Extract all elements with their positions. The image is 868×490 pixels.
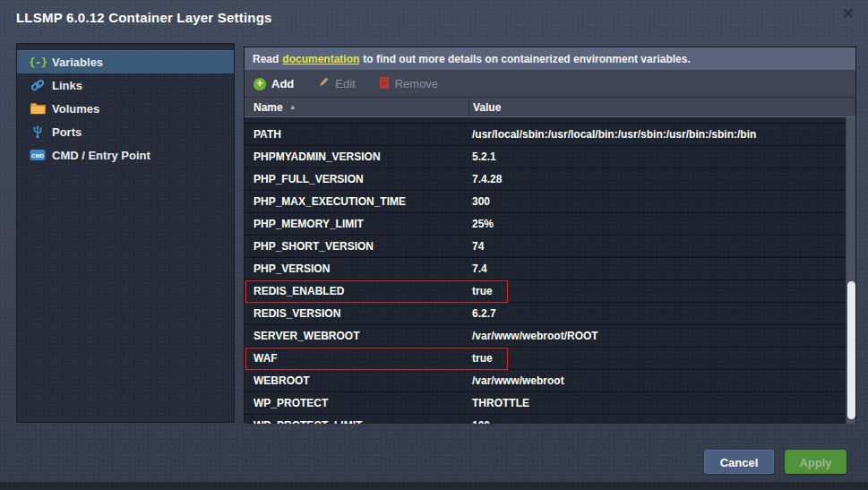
folder-icon — [29, 102, 47, 115]
edit-button[interactable]: Edit — [317, 76, 355, 91]
variable-value: true — [468, 352, 847, 365]
table-row[interactable]: SERVER_WEBROOT/var/www/webroot/ROOT — [245, 325, 847, 348]
variable-name: SERVER_WEBROOT — [245, 330, 468, 342]
column-header-name[interactable]: Name ▲ — [245, 98, 468, 116]
cancel-button[interactable]: Cancel — [704, 450, 774, 474]
dialog-bottom-edge — [0, 482, 868, 490]
variable-value: 6.2.7 — [468, 307, 847, 320]
sidebar-item-volumes[interactable]: Volumes — [17, 97, 234, 120]
usb-icon — [29, 125, 47, 139]
variables-table-body: PATH/usr/local/sbin:/usr/local/bin:/usr/… — [245, 117, 847, 424]
trash-icon — [379, 76, 390, 91]
link-icon — [29, 78, 47, 92]
info-bar: Read documentation to find out more deta… — [245, 47, 855, 71]
variable-value: true — [468, 285, 847, 297]
table-row[interactable]: PHP_MAX_EXECUTION_TIME300 — [245, 191, 847, 213]
scrolled-row-sliver — [245, 117, 847, 124]
table-row[interactable]: WP_PROTECT_LIMIT100 — [245, 415, 847, 424]
sidebar-item-label: CMD / Entry Point — [52, 149, 150, 162]
info-text-prefix: Read — [253, 53, 279, 65]
variable-name: REDIS_VERSION — [245, 307, 468, 320]
variable-value: 100 — [468, 419, 847, 424]
table-row[interactable]: WAFtrue — [245, 348, 847, 370]
variable-name: PHP_MAX_EXECUTION_TIME — [245, 195, 468, 208]
add-button[interactable]: + Add — [254, 77, 294, 90]
settings-sidebar: {-} Variables Links Volumes Ports CMD C — [16, 43, 235, 423]
variable-value: 74 — [468, 240, 847, 253]
variable-value: /var/www/webroot — [468, 374, 847, 387]
container-layer-settings-dialog: LLSMP 6.0.12 Container Layer Settings ✕ … — [0, 0, 868, 490]
remove-button[interactable]: Remove — [379, 76, 438, 91]
sidebar-item-label: Links — [52, 79, 82, 92]
scrollbar-thumb[interactable] — [847, 281, 855, 419]
table-header: Name ▲ Value — [245, 98, 855, 117]
sidebar-item-label: Ports — [52, 125, 82, 139]
sidebar-item-label: Volumes — [52, 102, 99, 116]
braces-icon: {-} — [29, 56, 47, 69]
table-row[interactable]: REDIS_ENABLEDtrue — [245, 280, 847, 303]
apply-button[interactable]: Apply — [785, 450, 847, 474]
table-row[interactable]: PATH/usr/local/sbin:/usr/local/bin:/usr/… — [245, 124, 847, 146]
variable-value: 7.4.28 — [468, 173, 847, 185]
variable-name: WP_PROTECT — [245, 397, 468, 409]
edit-button-label: Edit — [335, 77, 355, 90]
sidebar-item-label: Variables — [52, 56, 103, 69]
variable-name: PATH — [245, 128, 468, 141]
info-text-suffix: to find out more details on containerize… — [363, 53, 690, 65]
sidebar-item-cmd-entry-point[interactable]: CMD CMD / Entry Point — [17, 143, 234, 167]
table-row[interactable]: REDIS_VERSION6.2.7 — [245, 303, 847, 325]
variable-value: 7.4 — [468, 262, 847, 275]
svg-text:CMD: CMD — [31, 153, 44, 159]
variable-name: PHP_SHORT_VERSION — [245, 240, 468, 253]
table-row[interactable]: PHP_FULL_VERSION7.4.28 — [245, 168, 847, 191]
documentation-link[interactable]: documentation — [282, 53, 359, 65]
column-header-value[interactable]: Value — [468, 98, 855, 116]
variable-value: 25% — [468, 218, 847, 230]
variable-name: WAF — [245, 352, 468, 365]
variable-value: 5.2.1 — [468, 150, 847, 163]
dialog-title: LLSMP 6.0.12 Container Layer Settings — [16, 10, 272, 25]
variable-value: 300 — [468, 195, 847, 208]
table-row[interactable]: PHP_SHORT_VERSION74 — [245, 236, 847, 258]
variable-value: /usr/local/sbin:/usr/local/bin:/usr/sbin… — [468, 128, 847, 141]
variable-name: PHP_VERSION — [245, 262, 468, 275]
variable-name: REDIS_ENABLED — [245, 285, 468, 297]
remove-button-label: Remove — [395, 77, 438, 90]
variables-panel: Read documentation to find out more deta… — [244, 47, 856, 423]
vertical-scrollbar[interactable] — [846, 117, 855, 424]
sort-asc-icon: ▲ — [289, 103, 296, 111]
variable-name: PHP_FULL_VERSION — [245, 173, 468, 185]
variable-value: /var/www/webroot/ROOT — [468, 330, 847, 342]
variable-name: PHP_MEMORY_LIMIT — [245, 218, 468, 230]
variable-name: WP_PROTECT_LIMIT — [245, 419, 468, 424]
add-icon: + — [254, 78, 266, 90]
sidebar-item-ports[interactable]: Ports — [17, 120, 234, 143]
table-row[interactable]: PHP_VERSION7.4 — [245, 258, 847, 280]
pencil-icon — [317, 76, 330, 91]
table-row[interactable]: PHP_MEMORY_LIMIT25% — [245, 213, 847, 236]
sidebar-item-links[interactable]: Links — [17, 73, 234, 97]
variable-name: WEBROOT — [245, 374, 468, 387]
variable-name: PHPMYADMIN_VERSION — [245, 150, 468, 163]
table-row[interactable]: WEBROOT/var/www/webroot — [245, 370, 847, 392]
variables-toolbar: + Add Edit Remove — [245, 71, 855, 98]
close-icon[interactable]: ✕ — [842, 6, 855, 21]
table-row[interactable]: PHPMYADMIN_VERSION5.2.1 — [245, 146, 847, 168]
variable-value: THROTTLE — [468, 397, 847, 409]
add-button-label: Add — [271, 77, 294, 90]
cmd-icon: CMD — [29, 149, 47, 161]
sidebar-item-variables[interactable]: {-} Variables — [17, 50, 234, 73]
table-row[interactable]: WP_PROTECTTHROTTLE — [245, 392, 847, 415]
